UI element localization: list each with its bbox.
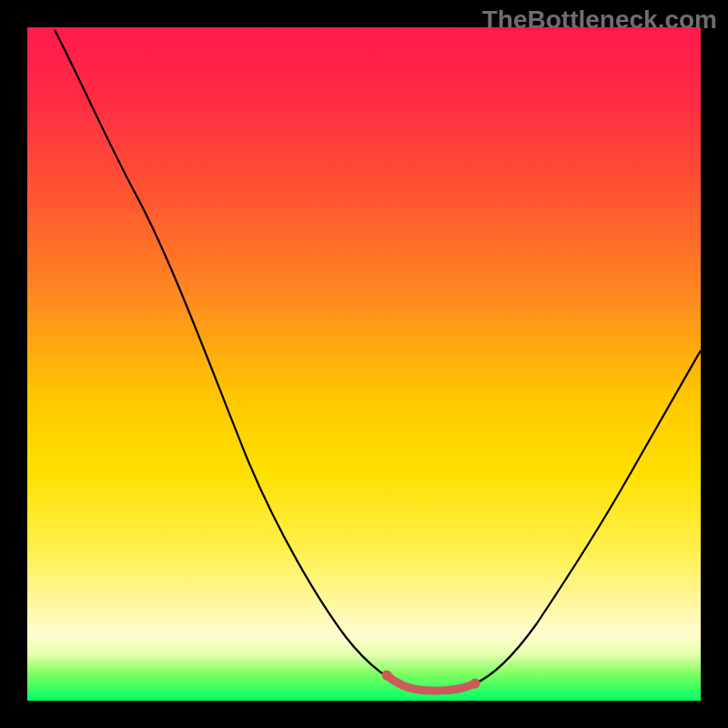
main-curve-path	[55, 30, 701, 690]
chart-container: TheBottleneck.com	[0, 0, 728, 728]
plot-area	[27, 27, 701, 701]
marker-dot-right	[470, 679, 480, 689]
curve-svg	[27, 27, 701, 701]
bottom-marker-path	[387, 675, 475, 691]
marker-dot-left	[382, 671, 392, 681]
